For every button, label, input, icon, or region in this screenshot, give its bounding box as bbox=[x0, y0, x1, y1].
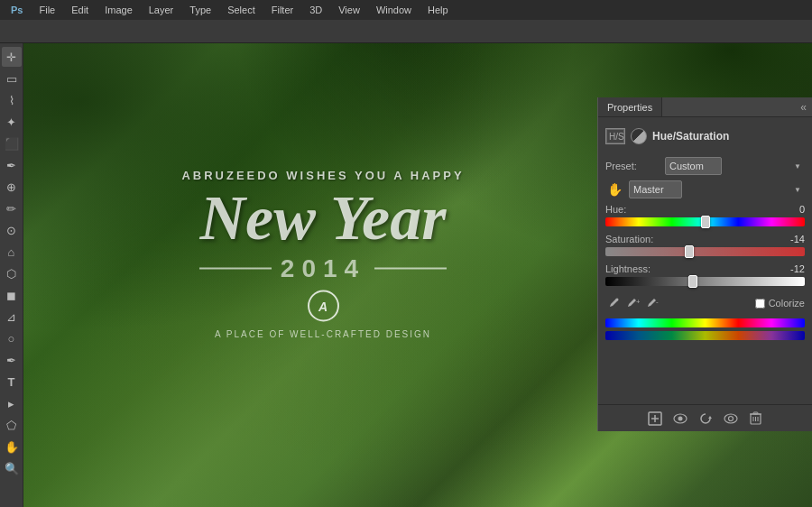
menu-ps[interactable]: Ps bbox=[4, 3, 30, 17]
eyedropper-add-button[interactable]: + bbox=[625, 295, 641, 311]
menu-3d[interactable]: 3D bbox=[302, 3, 329, 17]
stamp-main-text: New Year bbox=[143, 187, 503, 250]
hue-track bbox=[605, 217, 805, 226]
adjustment-layer-icon: H/S bbox=[605, 128, 625, 144]
stamp-top-text: ABRUZEEDO WISHES YOU A HAPPY bbox=[143, 169, 503, 182]
tool-lasso[interactable]: ⌇ bbox=[2, 90, 22, 110]
tool-brush[interactable]: ✏ bbox=[2, 198, 22, 218]
menu-window[interactable]: Window bbox=[369, 3, 419, 17]
menu-help[interactable]: Help bbox=[420, 3, 456, 17]
tool-crop[interactable]: ⬛ bbox=[2, 134, 22, 153]
menu-filter[interactable]: Filter bbox=[264, 3, 300, 17]
properties-tab[interactable]: Properties bbox=[598, 97, 662, 116]
preset-select[interactable]: Custom Default Cyanotype Sepia bbox=[665, 157, 722, 175]
tool-move[interactable]: ✛ bbox=[2, 47, 22, 67]
options-bar bbox=[0, 20, 812, 43]
lightness-slider-container bbox=[605, 277, 805, 286]
panel-body: H/S Hue/Saturation Preset: Custom Defaul… bbox=[598, 117, 812, 351]
hue-section: Hue: 0 bbox=[605, 204, 805, 226]
colorize-label-text: Colorize bbox=[769, 298, 805, 309]
preset-label: Preset: bbox=[605, 161, 660, 171]
tool-magic-wand[interactable]: ✦ bbox=[2, 112, 22, 132]
tool-blur[interactable]: ⊿ bbox=[2, 307, 22, 327]
eyedropper-tools: + - bbox=[605, 295, 750, 311]
panel-bottom-toolbar bbox=[598, 404, 812, 431]
reset-button[interactable] bbox=[697, 410, 715, 428]
delete-button[interactable] bbox=[747, 410, 765, 428]
tool-healing[interactable]: ⊕ bbox=[2, 177, 22, 197]
hue-value: 0 bbox=[782, 204, 805, 215]
tool-shapes[interactable]: ⬠ bbox=[2, 415, 22, 435]
svg-point-13 bbox=[728, 416, 733, 420]
hue-thumb[interactable] bbox=[701, 216, 710, 228]
channel-row: ✋ Master Reds Yellows Greens Cyans Blues… bbox=[605, 180, 805, 198]
tool-clone[interactable]: ⊙ bbox=[2, 220, 22, 240]
hue-header: Hue: 0 bbox=[605, 204, 805, 215]
new-adjustment-button[interactable] bbox=[646, 410, 664, 428]
svg-text:H/S: H/S bbox=[609, 132, 624, 142]
hs-title-row: H/S Hue/Saturation bbox=[605, 124, 805, 148]
colorize-checkbox-label[interactable]: Colorize bbox=[755, 298, 805, 309]
tool-pen[interactable]: ✒ bbox=[2, 350, 22, 370]
properties-panel: Properties « H/S Hue/Saturation Preset: … bbox=[597, 97, 812, 431]
visibility-button[interactable] bbox=[671, 410, 689, 428]
menu-edit[interactable]: Edit bbox=[64, 3, 96, 17]
menu-view[interactable]: View bbox=[331, 3, 367, 17]
tool-zoom[interactable]: 🔍 bbox=[2, 458, 22, 478]
tool-marquee[interactable]: ▭ bbox=[2, 69, 22, 88]
channel-hand-icon[interactable]: ✋ bbox=[605, 180, 623, 198]
svg-text:-: - bbox=[656, 298, 659, 306]
lightness-thumb[interactable] bbox=[688, 275, 697, 288]
hue-slider-container bbox=[605, 217, 805, 226]
svg-point-12 bbox=[724, 414, 737, 423]
menu-select[interactable]: Select bbox=[220, 3, 263, 17]
spectrum-output-bar bbox=[605, 331, 805, 340]
tool-text[interactable]: T bbox=[2, 372, 22, 392]
hue-label: Hue: bbox=[605, 204, 626, 215]
svg-text:+: + bbox=[636, 298, 640, 306]
saturation-thumb[interactable] bbox=[685, 245, 694, 258]
panel-tab-bar: Properties « bbox=[598, 97, 812, 117]
visibility2-button[interactable] bbox=[722, 410, 740, 428]
lightness-value: -12 bbox=[782, 263, 805, 274]
menu-bar: Ps File Edit Image Layer Type Select Fil… bbox=[0, 0, 812, 20]
spectrum-bars bbox=[605, 318, 805, 340]
menu-layer[interactable]: Layer bbox=[142, 3, 181, 17]
tool-path-select[interactable]: ▸ bbox=[2, 393, 22, 413]
saturation-header: Saturation: -14 bbox=[605, 234, 805, 244]
menu-file[interactable]: File bbox=[32, 3, 62, 17]
spectrum-input-bar bbox=[605, 318, 805, 327]
stamp-divider: 2014 bbox=[143, 254, 503, 283]
divider-right bbox=[374, 268, 447, 270]
preset-select-wrapper[interactable]: Custom Default Cyanotype Sepia bbox=[665, 157, 805, 175]
tool-eyedropper[interactable]: ✒ bbox=[2, 155, 22, 175]
colorize-row: + - Colorize bbox=[605, 295, 805, 311]
stamp-year: 2014 bbox=[281, 254, 365, 283]
hs-title: Hue/Saturation bbox=[652, 130, 729, 143]
channel-select-wrapper[interactable]: Master Reds Yellows Greens Cyans Blues M… bbox=[629, 180, 805, 198]
eyedropper-subtract-button[interactable]: - bbox=[645, 295, 661, 311]
divider-left bbox=[199, 268, 272, 270]
saturation-section: Saturation: -14 bbox=[605, 234, 805, 256]
lightness-section: Lightness: -12 bbox=[605, 263, 805, 286]
stamp-logo: A bbox=[308, 290, 339, 322]
svg-marker-11 bbox=[708, 416, 712, 419]
svg-rect-16 bbox=[753, 412, 758, 414]
lightness-header: Lightness: -12 bbox=[605, 263, 805, 274]
colorize-checkbox[interactable] bbox=[755, 299, 765, 309]
adjustment-type-icon bbox=[631, 128, 647, 144]
channel-select[interactable]: Master Reds Yellows Greens Cyans Blues M… bbox=[629, 180, 682, 198]
tool-history[interactable]: ⌂ bbox=[2, 242, 22, 262]
tool-eraser[interactable]: ⬡ bbox=[2, 263, 22, 283]
tool-hand[interactable]: ✋ bbox=[2, 437, 22, 456]
saturation-slider-container bbox=[605, 247, 805, 256]
lightness-label: Lightness: bbox=[605, 263, 651, 274]
menu-image[interactable]: Image bbox=[97, 3, 140, 17]
preset-row: Preset: Custom Default Cyanotype Sepia bbox=[605, 157, 805, 175]
tool-dodge[interactable]: ○ bbox=[2, 328, 22, 348]
left-toolbar: ✛ ▭ ⌇ ✦ ⬛ ✒ ⊕ ✏ ⊙ ⌂ ⬡ ◼ ⊿ ○ ✒ T ▸ ⬠ ✋ 🔍 bbox=[0, 43, 23, 507]
tool-gradient[interactable]: ◼ bbox=[2, 285, 22, 305]
panel-menu-button[interactable]: « bbox=[795, 101, 812, 114]
eyedropper-button[interactable] bbox=[605, 295, 622, 311]
menu-type[interactable]: Type bbox=[182, 3, 218, 17]
